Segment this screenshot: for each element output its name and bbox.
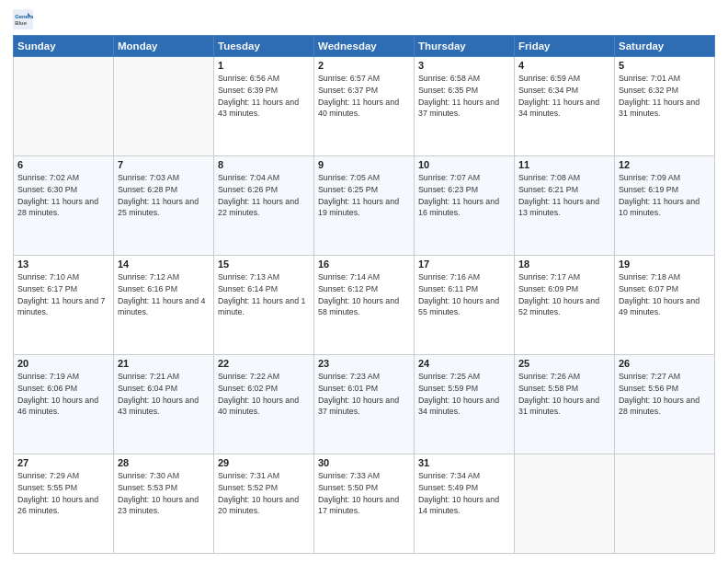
day-number: 28 xyxy=(118,457,210,468)
weekday-header-sunday: Sunday xyxy=(14,36,114,57)
day-info: Sunrise: 7:02 AMSunset: 6:30 PMDaylight:… xyxy=(17,172,109,219)
day-info: Sunrise: 7:07 AMSunset: 6:23 PMDaylight:… xyxy=(418,172,510,219)
day-info: Sunrise: 7:14 AMSunset: 6:12 PMDaylight:… xyxy=(318,271,410,318)
day-number: 30 xyxy=(318,457,410,468)
day-info: Sunrise: 7:26 AMSunset: 5:58 PMDaylight:… xyxy=(518,371,610,418)
day-info: Sunrise: 7:22 AMSunset: 6:02 PMDaylight:… xyxy=(218,371,310,418)
day-info: Sunrise: 6:59 AMSunset: 6:34 PMDaylight:… xyxy=(518,73,610,120)
day-info: Sunrise: 6:58 AMSunset: 6:35 PMDaylight:… xyxy=(418,73,510,120)
day-number: 14 xyxy=(118,259,210,270)
calendar-cell: 16Sunrise: 7:14 AMSunset: 6:12 PMDayligh… xyxy=(314,256,415,355)
calendar-week-4: 20Sunrise: 7:19 AMSunset: 6:06 PMDayligh… xyxy=(14,355,715,454)
day-info: Sunrise: 7:17 AMSunset: 6:09 PMDaylight:… xyxy=(518,271,610,318)
day-info: Sunrise: 7:19 AMSunset: 6:06 PMDaylight:… xyxy=(17,371,109,418)
calendar-week-1: 1Sunrise: 6:56 AMSunset: 6:39 PMDaylight… xyxy=(14,57,715,156)
calendar-cell: 31Sunrise: 7:34 AMSunset: 5:49 PMDayligh… xyxy=(415,454,515,554)
calendar-cell: 8Sunrise: 7:04 AMSunset: 6:26 PMDaylight… xyxy=(214,156,314,256)
day-number: 25 xyxy=(518,358,610,369)
day-info: Sunrise: 7:05 AMSunset: 6:25 PMDaylight:… xyxy=(318,172,410,219)
day-info: Sunrise: 7:31 AMSunset: 5:52 PMDaylight:… xyxy=(218,470,310,517)
calendar-cell xyxy=(14,57,114,156)
calendar-cell: 24Sunrise: 7:25 AMSunset: 5:59 PMDayligh… xyxy=(415,355,515,454)
weekday-header-row: SundayMondayTuesdayWednesdayThursdayFrid… xyxy=(14,36,715,57)
calendar-cell: 13Sunrise: 7:10 AMSunset: 6:17 PMDayligh… xyxy=(14,256,114,355)
weekday-header-thursday: Thursday xyxy=(415,36,515,57)
calendar-cell: 15Sunrise: 7:13 AMSunset: 6:14 PMDayligh… xyxy=(214,256,314,355)
day-info: Sunrise: 7:30 AMSunset: 5:53 PMDaylight:… xyxy=(118,470,210,517)
calendar-cell: 19Sunrise: 7:18 AMSunset: 6:07 PMDayligh… xyxy=(615,256,715,355)
day-info: Sunrise: 7:33 AMSunset: 5:50 PMDaylight:… xyxy=(318,470,410,517)
day-info: Sunrise: 7:12 AMSunset: 6:16 PMDaylight:… xyxy=(118,271,210,318)
calendar-cell: 25Sunrise: 7:26 AMSunset: 5:58 PMDayligh… xyxy=(515,355,615,454)
day-number: 15 xyxy=(218,259,310,270)
calendar-cell: 11Sunrise: 7:08 AMSunset: 6:21 PMDayligh… xyxy=(515,156,615,256)
day-number: 13 xyxy=(17,259,109,270)
day-number: 24 xyxy=(418,358,510,369)
calendar-cell xyxy=(515,454,615,554)
calendar-cell xyxy=(114,57,214,156)
day-info: Sunrise: 6:56 AMSunset: 6:39 PMDaylight:… xyxy=(218,73,310,120)
calendar-cell xyxy=(615,454,715,554)
day-number: 1 xyxy=(218,60,310,71)
calendar-cell: 1Sunrise: 6:56 AMSunset: 6:39 PMDaylight… xyxy=(214,57,314,156)
day-number: 2 xyxy=(318,60,410,71)
day-number: 20 xyxy=(17,358,109,369)
day-info: Sunrise: 7:23 AMSunset: 6:01 PMDaylight:… xyxy=(318,371,410,418)
calendar-cell: 22Sunrise: 7:22 AMSunset: 6:02 PMDayligh… xyxy=(214,355,314,454)
weekday-header-monday: Monday xyxy=(114,36,214,57)
day-number: 31 xyxy=(418,457,510,468)
day-info: Sunrise: 7:04 AMSunset: 6:26 PMDaylight:… xyxy=(218,172,310,219)
calendar-cell: 3Sunrise: 6:58 AMSunset: 6:35 PMDaylight… xyxy=(415,57,515,156)
day-info: Sunrise: 7:27 AMSunset: 5:56 PMDaylight:… xyxy=(619,371,711,418)
day-number: 27 xyxy=(17,457,109,468)
calendar-cell: 21Sunrise: 7:21 AMSunset: 6:04 PMDayligh… xyxy=(114,355,214,454)
calendar-cell: 30Sunrise: 7:33 AMSunset: 5:50 PMDayligh… xyxy=(314,454,415,554)
calendar-cell: 7Sunrise: 7:03 AMSunset: 6:28 PMDaylight… xyxy=(114,156,214,256)
day-number: 21 xyxy=(118,358,210,369)
day-info: Sunrise: 7:01 AMSunset: 6:32 PMDaylight:… xyxy=(619,73,711,120)
weekday-header-saturday: Saturday xyxy=(615,36,715,57)
day-info: Sunrise: 7:08 AMSunset: 6:21 PMDaylight:… xyxy=(518,172,610,219)
day-info: Sunrise: 7:21 AMSunset: 6:04 PMDaylight:… xyxy=(118,371,210,418)
day-number: 4 xyxy=(518,60,610,71)
weekday-header-friday: Friday xyxy=(515,36,615,57)
day-number: 11 xyxy=(518,159,610,170)
day-number: 3 xyxy=(418,60,510,71)
header: General Blue xyxy=(13,9,715,29)
day-number: 10 xyxy=(418,159,510,170)
page: General Blue SundayMondayTuesdayWednesda… xyxy=(0,0,728,563)
weekday-header-wednesday: Wednesday xyxy=(314,36,415,57)
day-number: 16 xyxy=(318,259,410,270)
logo-icon: General Blue xyxy=(13,9,33,29)
calendar-cell: 14Sunrise: 7:12 AMSunset: 6:16 PMDayligh… xyxy=(114,256,214,355)
day-number: 22 xyxy=(218,358,310,369)
calendar-cell: 29Sunrise: 7:31 AMSunset: 5:52 PMDayligh… xyxy=(214,454,314,554)
day-number: 29 xyxy=(218,457,310,468)
calendar-cell: 17Sunrise: 7:16 AMSunset: 6:11 PMDayligh… xyxy=(415,256,515,355)
calendar-cell: 18Sunrise: 7:17 AMSunset: 6:09 PMDayligh… xyxy=(515,256,615,355)
day-info: Sunrise: 7:29 AMSunset: 5:55 PMDaylight:… xyxy=(17,470,109,517)
day-number: 8 xyxy=(218,159,310,170)
svg-rect-0 xyxy=(13,9,33,29)
day-number: 5 xyxy=(619,60,711,71)
calendar-cell: 27Sunrise: 7:29 AMSunset: 5:55 PMDayligh… xyxy=(14,454,114,554)
calendar-cell: 5Sunrise: 7:01 AMSunset: 6:32 PMDaylight… xyxy=(615,57,715,156)
day-info: Sunrise: 7:03 AMSunset: 6:28 PMDaylight:… xyxy=(118,172,210,219)
logo: General Blue xyxy=(13,9,37,29)
day-number: 9 xyxy=(318,159,410,170)
day-info: Sunrise: 6:57 AMSunset: 6:37 PMDaylight:… xyxy=(318,73,410,120)
calendar-cell: 28Sunrise: 7:30 AMSunset: 5:53 PMDayligh… xyxy=(114,454,214,554)
weekday-header-tuesday: Tuesday xyxy=(214,36,314,57)
calendar-cell: 6Sunrise: 7:02 AMSunset: 6:30 PMDaylight… xyxy=(14,156,114,256)
day-info: Sunrise: 7:16 AMSunset: 6:11 PMDaylight:… xyxy=(418,271,510,318)
calendar-cell: 12Sunrise: 7:09 AMSunset: 6:19 PMDayligh… xyxy=(615,156,715,256)
svg-text:Blue: Blue xyxy=(15,20,27,26)
day-number: 17 xyxy=(418,259,510,270)
calendar-cell: 26Sunrise: 7:27 AMSunset: 5:56 PMDayligh… xyxy=(615,355,715,454)
calendar-cell: 23Sunrise: 7:23 AMSunset: 6:01 PMDayligh… xyxy=(314,355,415,454)
day-number: 18 xyxy=(518,259,610,270)
day-number: 23 xyxy=(318,358,410,369)
calendar-cell: 9Sunrise: 7:05 AMSunset: 6:25 PMDaylight… xyxy=(314,156,415,256)
calendar-cell: 4Sunrise: 6:59 AMSunset: 6:34 PMDaylight… xyxy=(515,57,615,156)
day-info: Sunrise: 7:09 AMSunset: 6:19 PMDaylight:… xyxy=(619,172,711,219)
